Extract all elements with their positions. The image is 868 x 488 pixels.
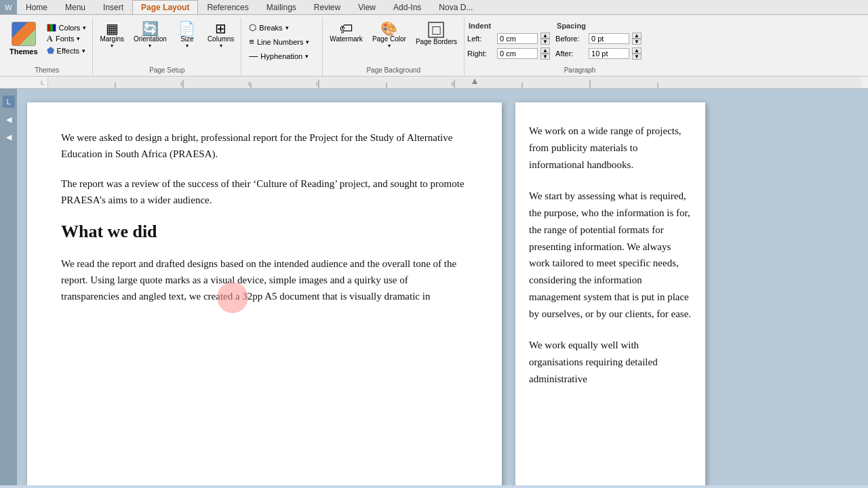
colors-label: Colors bbox=[59, 24, 81, 32]
indent-right-spinner[interactable]: ▲ ▼ bbox=[540, 47, 550, 60]
line-numbers-chevron-icon: ▾ bbox=[306, 39, 309, 45]
ribbon-tabs: W Home Menu Insert Page Layout Reference… bbox=[0, 0, 868, 15]
right-para-1: We work on a wide range of projects, fro… bbox=[529, 123, 692, 173]
line-numbers-label: Line Numbers bbox=[257, 38, 303, 46]
spacing-label: Spacing bbox=[555, 22, 642, 30]
page-color-label: Page Color bbox=[372, 35, 406, 43]
sidebar-icon-arrow2[interactable]: ◀ bbox=[3, 131, 15, 143]
fonts-button[interactable]: A Fonts ▾ bbox=[45, 33, 89, 45]
tab-view[interactable]: View bbox=[349, 0, 384, 14]
svg-text:1: 1 bbox=[315, 81, 319, 87]
ribbon: Themes Colors ▾ A Fonts ▾ bbox=[0, 15, 868, 77]
spacing-before-spinner[interactable]: ▲ ▼ bbox=[632, 33, 642, 45]
page-borders-label: Page Borders bbox=[416, 38, 457, 45]
margins-button[interactable]: ▦ Margins ▾ bbox=[96, 20, 128, 50]
hyphenation-button[interactable]: — Hyphenation ▾ bbox=[247, 50, 317, 62]
svg-text:2: 2 bbox=[451, 81, 454, 87]
columns-button[interactable]: ⊞ Columns ▾ bbox=[203, 20, 238, 50]
themes-group-label: Themes bbox=[5, 65, 88, 76]
right-para-2: We start by assessing what is required, … bbox=[529, 188, 692, 322]
watermark-label: Watermark bbox=[330, 35, 363, 43]
breaks-label: Breaks bbox=[259, 24, 282, 32]
left-label: Left: bbox=[467, 35, 494, 43]
right-label: Right: bbox=[467, 49, 494, 58]
themes-button[interactable]: Themes bbox=[5, 20, 42, 57]
right-para-3: We work equally well with organisations … bbox=[529, 337, 692, 387]
breaks-chevron-icon: ▾ bbox=[285, 24, 289, 31]
doc-para-3: We read the report and drafted designs b… bbox=[61, 256, 468, 304]
spacing-after-spinner[interactable]: ▲ ▼ bbox=[632, 47, 642, 60]
left-sidebar: L ◀ ◀ bbox=[0, 89, 17, 485]
effects-button[interactable]: ⬟ Effects ▾ bbox=[45, 45, 89, 56]
line-numbers-button[interactable]: ≡ Line Numbers ▾ bbox=[247, 36, 317, 47]
tab-references[interactable]: References bbox=[198, 0, 257, 14]
after-label: After: bbox=[555, 49, 586, 58]
orientation-label: Orientation bbox=[134, 35, 167, 43]
tab-home[interactable]: Home bbox=[17, 0, 56, 14]
tab-menu[interactable]: Menu bbox=[56, 0, 94, 14]
main-area: L ◀ ◀ We were asked to design a bright, … bbox=[0, 89, 868, 485]
themes-group: Themes Colors ▾ A Fonts ▾ bbox=[1, 18, 93, 76]
columns-label: Columns bbox=[208, 35, 234, 43]
page-background-group: 🏷 Watermark 🎨 Page Color ▾ □ Page Border… bbox=[323, 18, 465, 76]
breaks-group-label bbox=[247, 73, 317, 76]
app-window: W Home Menu Insert Page Layout Reference… bbox=[0, 0, 868, 485]
doc-page-left[interactable]: We were asked to design a bright, profes… bbox=[27, 102, 502, 485]
tab-addins[interactable]: Add-Ins bbox=[384, 0, 430, 14]
doc-para-1: We were asked to design a bright, profes… bbox=[61, 129, 468, 162]
ruler-icon: L bbox=[41, 79, 44, 86]
size-button[interactable]: 📄 Size ▾ bbox=[172, 20, 202, 50]
indent-left-input[interactable] bbox=[497, 33, 538, 44]
tab-insert[interactable]: Insert bbox=[94, 0, 132, 14]
columns-chevron-icon: ▾ bbox=[220, 43, 222, 49]
effects-chevron-icon: ▾ bbox=[82, 47, 85, 54]
indent-left-spinner[interactable]: ▲ ▼ bbox=[540, 33, 550, 45]
paragraph-group-label: Paragraph bbox=[467, 65, 692, 76]
watermark-button[interactable]: 🏷 Watermark bbox=[326, 20, 367, 44]
ruler-svg: 1 1 1 2 bbox=[47, 77, 861, 88]
before-label: Before: bbox=[555, 35, 586, 43]
doc-para-2: The report was a review of the success o… bbox=[61, 176, 468, 208]
page-setup-group: ▦ Margins ▾ 🔄 Orientation ▾ 📄 Size ▾ bbox=[93, 18, 241, 76]
doc-page-right: We work on a wide range of projects, fro… bbox=[515, 102, 705, 485]
colors-button[interactable]: Colors ▾ bbox=[45, 23, 89, 33]
page-color-chevron-icon: ▾ bbox=[388, 43, 391, 49]
doc-heading-1: What we did bbox=[61, 222, 468, 242]
doc-area: We were asked to design a bright, profes… bbox=[17, 89, 868, 485]
spacing-before-input[interactable] bbox=[589, 33, 629, 44]
breaks-icon: ⬡ bbox=[249, 22, 256, 33]
size-label: Size bbox=[180, 35, 193, 43]
orientation-button[interactable]: 🔄 Orientation ▾ bbox=[130, 20, 171, 50]
tab-novad[interactable]: Nova D... bbox=[430, 0, 481, 14]
fonts-label: Fonts bbox=[56, 35, 75, 43]
svg-text:1: 1 bbox=[180, 81, 183, 87]
margins-chevron-icon: ▾ bbox=[111, 43, 113, 49]
svg-text:1: 1 bbox=[248, 81, 251, 87]
colors-chevron-icon: ▾ bbox=[83, 24, 86, 31]
tab-mailings[interactable]: Mailings bbox=[258, 0, 305, 14]
sidebar-icon-l[interactable]: L bbox=[3, 96, 15, 108]
paragraph-group: Indent Left: ▲ ▼ Right: bbox=[465, 18, 695, 76]
tab-review[interactable]: Review bbox=[305, 0, 349, 14]
ruler: L 1 1 1 2 bbox=[0, 77, 868, 89]
breaks-button[interactable]: ⬡ Breaks ▾ bbox=[247, 22, 317, 33]
app-icon[interactable]: W bbox=[0, 0, 17, 14]
orientation-chevron-icon: ▾ bbox=[149, 43, 151, 49]
line-numbers-icon: ≡ bbox=[249, 37, 254, 47]
tab-page-layout[interactable]: Page Layout bbox=[132, 0, 198, 14]
hyphenation-icon: — bbox=[249, 51, 258, 61]
effects-label: Effects bbox=[57, 47, 79, 55]
indent-right-input[interactable] bbox=[497, 48, 538, 59]
page-background-group-label: Page Background bbox=[326, 65, 461, 76]
hyphenation-label: Hyphenation bbox=[260, 52, 302, 60]
page-setup-group-label: Page Setup bbox=[96, 65, 238, 76]
sidebar-icon-arrow[interactable]: ◀ bbox=[3, 113, 15, 125]
page-borders-button[interactable]: □ Page Borders bbox=[412, 20, 461, 47]
margins-label: Margins bbox=[100, 35, 124, 43]
spacing-after-input[interactable] bbox=[589, 48, 629, 59]
page-color-button[interactable]: 🎨 Page Color ▾ bbox=[368, 20, 410, 50]
fonts-chevron-icon: ▾ bbox=[77, 35, 80, 42]
size-chevron-icon: ▾ bbox=[186, 43, 189, 49]
indent-label: Indent bbox=[467, 22, 550, 30]
themes-btn-label: Themes bbox=[9, 47, 38, 56]
